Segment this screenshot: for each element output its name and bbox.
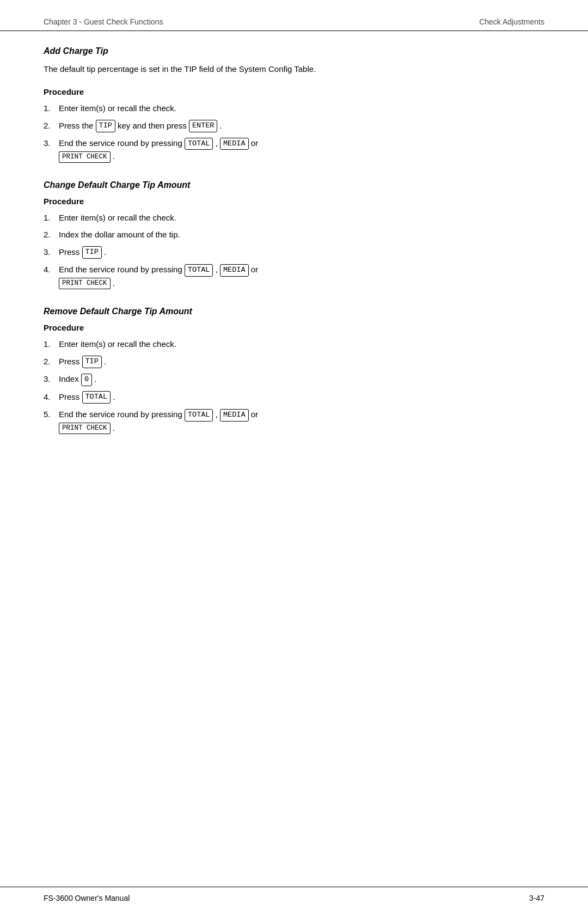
list-content: Enter item(s) or recall the check. <box>59 102 544 114</box>
tip-key: TIP <box>96 120 115 132</box>
list-content: End the service round by pressing TOTAL … <box>59 263 544 289</box>
footer-page-number: 3-47 <box>529 894 544 902</box>
print-check-key: PRINT CHECK <box>59 278 111 290</box>
page-footer: FS-3600 Owner's Manual 3-47 <box>0 887 588 909</box>
section-description-add-charge-tip: The default tip percentage is set in the… <box>44 63 544 75</box>
media-key: MEDIA <box>220 138 249 150</box>
list-number: 2. <box>44 119 59 132</box>
total-key: TOTAL <box>185 138 213 150</box>
list-item: 3. End the service round by pressing TOT… <box>44 137 544 163</box>
list-number: 3. <box>44 373 59 385</box>
zero-key: 0 <box>81 374 92 386</box>
list-item: 5. End the service round by pressing TOT… <box>44 408 544 434</box>
list-content: Enter item(s) or recall the check. <box>59 338 544 350</box>
enter-key: ENTER <box>189 120 218 132</box>
print-check-key: PRINT CHECK <box>59 423 111 435</box>
list-number: 3. <box>44 137 59 149</box>
tip-key: TIP <box>82 246 102 259</box>
procedure-heading-1: Procedure <box>44 87 544 96</box>
list-number: 1. <box>44 211 59 224</box>
list-item: 3. Press TIP . <box>44 246 544 259</box>
section-title-add-charge-tip: Add Charge Tip <box>44 46 544 56</box>
list-item: 1. Enter item(s) or recall the check. <box>44 211 544 224</box>
list-content: Press the TIP key and then press ENTER . <box>59 119 544 132</box>
media-key: MEDIA <box>220 409 249 422</box>
footer-manual-title: FS-3600 Owner's Manual <box>44 894 130 902</box>
total-key: TOTAL <box>82 391 111 404</box>
procedure-list-2: 1. Enter item(s) or recall the check. 2.… <box>44 211 544 289</box>
list-content: End the service round by pressing TOTAL … <box>59 408 544 434</box>
media-key: MEDIA <box>220 264 249 277</box>
list-item: 2. Press the TIP key and then press ENTE… <box>44 119 544 132</box>
list-number: 5. <box>44 408 59 420</box>
print-check-key: PRINT CHECK <box>59 151 111 163</box>
list-number: 1. <box>44 338 59 350</box>
page-container: Chapter 3 - Guest Check Functions Check … <box>0 0 588 909</box>
list-number: 2. <box>44 355 59 368</box>
list-number: 3. <box>44 246 59 258</box>
list-item: 2. Index the dollar amount of the tip. <box>44 228 544 241</box>
list-content: Index 0 . <box>59 373 544 386</box>
list-number: 4. <box>44 263 59 276</box>
header-chapter: Chapter 3 - Guest Check Functions <box>44 17 163 26</box>
list-number: 1. <box>44 102 59 114</box>
list-content: Index the dollar amount of the tip. <box>59 228 544 241</box>
section-title-change-default: Change Default Charge Tip Amount <box>44 180 544 190</box>
list-item: 1. Enter item(s) or recall the check. <box>44 338 544 350</box>
section-title-remove-default: Remove Default Charge Tip Amount <box>44 307 544 316</box>
page-header: Chapter 3 - Guest Check Functions Check … <box>0 0 588 31</box>
list-content: Enter item(s) or recall the check. <box>59 211 544 224</box>
section-change-default-charge-tip: Change Default Charge Tip Amount Procedu… <box>44 180 544 289</box>
procedure-list-3: 1. Enter item(s) or recall the check. 2.… <box>44 338 544 434</box>
list-content: End the service round by pressing TOTAL … <box>59 137 544 163</box>
procedure-heading-2: Procedure <box>44 197 544 206</box>
list-item: 1. Enter item(s) or recall the check. <box>44 102 544 114</box>
list-content: Press TOTAL . <box>59 391 544 404</box>
tip-key: TIP <box>82 356 102 368</box>
list-content: Press TIP . <box>59 355 544 368</box>
procedure-list-1: 1. Enter item(s) or recall the check. 2.… <box>44 102 544 163</box>
page-content: Add Charge Tip The default tip percentag… <box>0 46 588 434</box>
list-number: 2. <box>44 228 59 241</box>
total-key: TOTAL <box>185 264 213 277</box>
list-item: 4. Press TOTAL . <box>44 391 544 404</box>
list-item: 2. Press TIP . <box>44 355 544 368</box>
procedure-heading-3: Procedure <box>44 323 544 332</box>
total-key: TOTAL <box>185 409 213 422</box>
list-number: 4. <box>44 391 59 403</box>
section-remove-default-charge-tip: Remove Default Charge Tip Amount Procedu… <box>44 307 544 434</box>
list-content: Press TIP . <box>59 246 544 259</box>
header-section: Check Adjustments <box>479 17 544 26</box>
section-add-charge-tip: Add Charge Tip The default tip percentag… <box>44 46 544 163</box>
list-item: 3. Index 0 . <box>44 373 544 386</box>
list-item: 4. End the service round by pressing TOT… <box>44 263 544 289</box>
